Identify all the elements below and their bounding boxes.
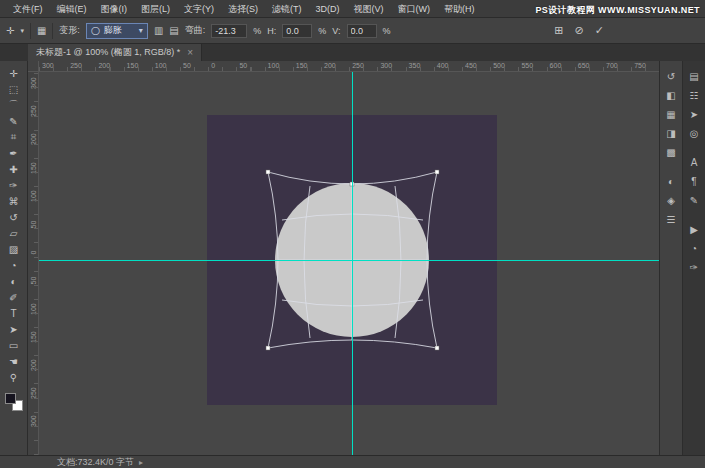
ruler-number: 200 [98, 62, 110, 69]
v-input[interactable] [347, 24, 377, 38]
history-brush-tool-icon[interactable]: ↺ [2, 209, 26, 225]
tools-list: ✛⬚⌒✎⌗✒✚✑⌘↺▱▨◔◐✐T➤▭☚⚲ [2, 65, 26, 385]
menu-item[interactable]: 窗口(W) [391, 0, 438, 18]
reference-point-icon[interactable]: ▦ [37, 26, 46, 36]
adjustments-panel-icon[interactable]: ◐ [660, 172, 682, 191]
close-icon[interactable]: × [187, 48, 193, 58]
color-panel-icon[interactable]: ◧ [660, 86, 682, 105]
ruler-number: 50 [239, 62, 247, 69]
warp-corner-handle[interactable] [266, 170, 270, 174]
warp-style-value: 膨胀 [104, 24, 122, 37]
blur-tool-icon[interactable]: ◔ [2, 257, 26, 273]
ruler-number: 150 [30, 163, 37, 174]
marquee-tool-icon[interactable]: ⬚ [2, 81, 26, 97]
split-warp-icon[interactable]: ⊞ [554, 25, 563, 36]
character-panel-icon[interactable]: A [683, 153, 705, 172]
crop-tool-icon[interactable]: ⌗ [2, 129, 26, 145]
document-tab[interactable]: 未标题-1 @ 100% (椭圆 1, RGB/8) * × [28, 44, 202, 61]
ruler-number: 100 [30, 304, 37, 315]
glyphs-panel-icon[interactable]: ✎ [683, 191, 705, 210]
history-panel-icon[interactable]: ↺ [660, 67, 682, 86]
bend-input[interactable] [211, 24, 247, 38]
ruler-number: 300 [380, 62, 392, 69]
menu-item[interactable]: 3D(D) [309, 0, 347, 18]
libraries-panel-icon[interactable]: ◈ [660, 191, 682, 210]
tool-preset-icon[interactable]: ✛ [6, 26, 14, 36]
commit-transform-icon[interactable]: ✓ [595, 25, 604, 36]
quick-selection-tool-icon[interactable]: ✎ [2, 113, 26, 129]
menu-items: 文件(F)编辑(E)图像(I)图层(L)文字(Y)选择(S)滤镜(T)3D(D)… [6, 0, 482, 18]
ruler-top[interactable]: 3002502001501005005010015020025030035040… [39, 61, 659, 72]
ruler-number: 150 [296, 62, 308, 69]
tool-preset-arrow-icon[interactable]: ▾ [20, 27, 24, 34]
menu-item[interactable]: 滤镜(T) [265, 0, 309, 18]
watermark-text: PS设计教程网 WWW.MISSYUAN.NET [535, 4, 700, 17]
warp-corner-handle[interactable] [435, 346, 439, 350]
ruler-number: 100 [30, 191, 37, 202]
ruler-number: 250 [30, 388, 37, 399]
warp-corner-handle[interactable] [266, 346, 270, 350]
canvas-viewport[interactable] [39, 72, 659, 455]
gradient-tool-icon[interactable]: ▨ [2, 241, 26, 257]
menu-item[interactable]: 图像(I) [94, 0, 135, 18]
warp-orientation-h-icon[interactable]: ▥ [154, 26, 163, 36]
layers-panel-icon[interactable]: ▤ [683, 67, 705, 86]
dodge-tool-icon[interactable]: ◐ [2, 273, 26, 289]
menu-item[interactable]: 文字(Y) [177, 0, 221, 18]
clone-stamp-tool-icon[interactable]: ⌘ [2, 193, 26, 209]
menu-item[interactable]: 帮助(H) [437, 0, 482, 18]
percent-sign: % [253, 26, 261, 36]
status-menu-arrow-icon[interactable]: ▸ [139, 458, 143, 467]
h-label: H: [267, 26, 276, 36]
v-label: V: [332, 26, 340, 36]
foreground-color-swatch[interactable] [5, 393, 16, 404]
ruler-number: 50 [30, 275, 37, 286]
channels-panel-icon[interactable]: ☷ [683, 86, 705, 105]
zoom-tool-icon[interactable]: ⚲ [2, 369, 26, 385]
paths-panel-icon[interactable]: ➤ [683, 105, 705, 124]
chevron-down-icon: ▾ [139, 26, 143, 35]
shape-tool-icon[interactable]: ▭ [2, 337, 26, 353]
properties-panel-icon[interactable]: ☰ [660, 210, 682, 229]
move-tool-icon[interactable]: ✛ [2, 65, 26, 81]
tool-column: ✛⬚⌒✎⌗✒✚✑⌘↺▱▨◔◐✐T➤▭☚⚲ [0, 61, 28, 455]
percent-sign: % [383, 26, 391, 36]
lasso-tool-icon[interactable]: ⌒ [2, 97, 26, 113]
warp-orientation-v-icon[interactable]: ▤ [169, 26, 178, 36]
paragraph-panel-icon[interactable]: ¶ [683, 172, 705, 191]
menu-item[interactable]: 视图(V) [347, 0, 391, 18]
menu-item[interactable]: 编辑(E) [50, 0, 94, 18]
brush-settings-panel-icon[interactable]: ✑ [683, 258, 705, 277]
patterns-panel-icon[interactable]: ▩ [660, 143, 682, 162]
ruler-number: 300 [30, 416, 37, 427]
ruler-number: 250 [70, 62, 82, 69]
menu-item[interactable]: 文件(F) [6, 0, 50, 18]
menu-item[interactable]: 图层(L) [134, 0, 177, 18]
menu-item[interactable]: 选择(S) [221, 0, 265, 18]
eyedropper-tool-icon[interactable]: ✒ [2, 145, 26, 161]
warp-style-dropdown[interactable]: ◯ 膨胀 ▾ [86, 23, 148, 39]
ruler-origin-corner[interactable] [28, 61, 39, 72]
canvas-svg[interactable] [39, 72, 659, 455]
swatches-panel-icon[interactable]: ▦ [660, 105, 682, 124]
pen-tool-icon[interactable]: ✐ [2, 289, 26, 305]
brush-tool-icon[interactable]: ✑ [2, 177, 26, 193]
cancel-transform-icon[interactable]: ⊘ [575, 25, 584, 36]
gradients-panel-icon[interactable]: ◨ [660, 124, 682, 143]
ruler-number: 300 [30, 78, 37, 89]
warp-corner-handle[interactable] [435, 170, 439, 174]
ruler-left[interactable]: 30025020015010050050100150200250300 [28, 72, 39, 455]
actions-panel-icon[interactable]: ▶ [683, 220, 705, 239]
hand-tool-icon[interactable]: ☚ [2, 353, 26, 369]
color-swatches[interactable] [5, 393, 23, 411]
info-panel-icon[interactable]: ◎ [683, 124, 705, 143]
timeline-panel-icon[interactable]: ◔ [683, 239, 705, 258]
healing-brush-tool-icon[interactable]: ✚ [2, 161, 26, 177]
bend-label: 弯曲: [185, 24, 206, 37]
path-selection-tool-icon[interactable]: ➤ [2, 321, 26, 337]
type-tool-icon[interactable]: T [2, 305, 26, 321]
ruler-number: 550 [521, 62, 533, 69]
eraser-tool-icon[interactable]: ▱ [2, 225, 26, 241]
document-tab-bar: 未标题-1 @ 100% (椭圆 1, RGB/8) * × [0, 44, 705, 61]
h-input[interactable] [282, 24, 312, 38]
